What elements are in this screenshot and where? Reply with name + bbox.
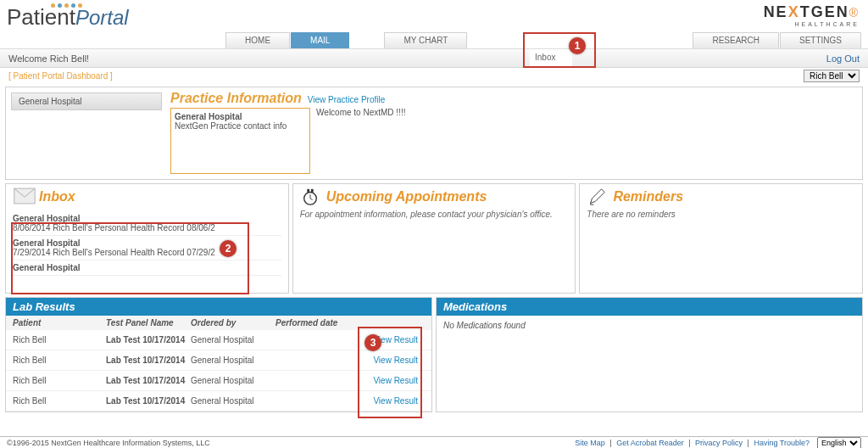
medications-empty: No Medications found: [437, 316, 862, 335]
practice-welcome-msg: Welcome to NextMD !!!!: [316, 108, 405, 117]
annotation-1: 1: [569, 37, 586, 54]
lab-columns: Patient Test Panel Name Ordered by Perfo…: [6, 316, 431, 330]
svg-rect-3: [311, 189, 314, 193]
reminders-body: There are no reminders: [587, 210, 855, 219]
practice-title: Practice Information: [170, 91, 302, 105]
nav-home[interactable]: HOME: [225, 32, 290, 48]
breadcrumb-bar: [ Patient Portal Dashboard ] Rich Bell: [0, 68, 868, 83]
annotation-3: 3: [364, 334, 381, 351]
inbox-item[interactable]: General Hospital: [13, 260, 281, 276]
pencil-icon: [587, 188, 610, 206]
appointments-panel: Upcoming Appointments For appointment in…: [292, 183, 576, 294]
logout-link[interactable]: Log Out: [826, 53, 860, 64]
view-result-link[interactable]: View Result: [373, 356, 418, 365]
lab-results-header: Lab Results: [6, 298, 431, 316]
language-select[interactable]: English: [817, 437, 861, 449]
medications-header: Medications: [437, 298, 862, 316]
footer-trouble[interactable]: Having Trouble?: [754, 439, 810, 447]
nav-research[interactable]: RESEARCH: [693, 32, 779, 48]
reminders-panel: Reminders There are no reminders: [579, 183, 863, 294]
welcome-bar: Welcome Rich Bell! Log Out: [0, 49, 868, 68]
practice-info-row: General Hospital Practice Information Vi…: [5, 87, 863, 180]
practice-tab[interactable]: General Hospital: [11, 92, 162, 110]
appointments-body: For appointment information, please cont…: [300, 210, 569, 219]
medications-panel: Medications No Medications found: [436, 297, 863, 412]
inbox-list[interactable]: General Hospital8/06/2014 Rich Bell's Pe…: [13, 211, 281, 276]
welcome-text: Welcome Rich Bell!: [8, 53, 89, 64]
main-nav: HOME MAIL MY CHART RESEARCH SETTINGS: [0, 32, 868, 49]
svg-rect-2: [307, 189, 309, 193]
lab-row: Rich BellLab Test 10/17/2014General Hosp…: [6, 391, 431, 412]
lab-row: Rich BellLab Test 10/17/2014General Hosp…: [6, 350, 431, 371]
view-practice-link[interactable]: View Practice Profile: [308, 95, 386, 104]
brand-logo: NEXTGEN® HEALTHCARE: [764, 0, 868, 27]
breadcrumb: [ Patient Portal Dashboard ]: [8, 71, 113, 81]
inbox-item[interactable]: General Hospital7/29/2014 Rich Bell's Pe…: [13, 236, 281, 260]
nav-settings[interactable]: SETTINGS: [780, 32, 861, 48]
footer-privacy[interactable]: Privacy Policy: [695, 439, 743, 447]
clock-icon: [300, 188, 324, 206]
lab-row: Rich BellLab Test 10/17/2014General Hosp…: [6, 371, 431, 391]
inbox-panel: Inbox General Hospital8/06/2014 Rich Bel…: [5, 183, 289, 294]
logo: PatientPortal: [0, 0, 129, 31]
nav-mail-inbox[interactable]: Inbox: [530, 49, 572, 66]
inbox-title: Inbox: [39, 189, 75, 204]
appointments-title: Upcoming Appointments: [326, 189, 487, 204]
view-result-link[interactable]: View Result: [373, 396, 418, 406]
lab-results-panel: Lab Results Patient Test Panel Name Orde…: [5, 297, 432, 412]
nav-mychart[interactable]: MY CHART: [384, 32, 467, 48]
footer-acrobat[interactable]: Get Acrobat Reader: [616, 439, 684, 447]
user-select[interactable]: Rich Bell: [804, 70, 860, 82]
footer: ©1996-2015 NextGen Healthcare Informatio…: [0, 436, 868, 448]
annotation-2: 2: [220, 240, 236, 257]
logo-patient-text: Patient: [7, 4, 75, 30]
envelope-icon: [13, 188, 36, 206]
inbox-item[interactable]: General Hospital8/06/2014 Rich Bell's Pe…: [13, 211, 281, 236]
logo-portal-text: Portal: [75, 6, 129, 29]
view-result-link[interactable]: View Result: [373, 376, 418, 385]
copyright: ©1996-2015 NextGen Healthcare Informatio…: [7, 439, 210, 447]
reminders-title: Reminders: [613, 189, 683, 204]
nav-mail[interactable]: MAIL: [291, 32, 349, 48]
practice-card: General Hospital NextGen Practice contac…: [170, 108, 310, 174]
footer-sitemap[interactable]: Site Map: [575, 439, 605, 447]
